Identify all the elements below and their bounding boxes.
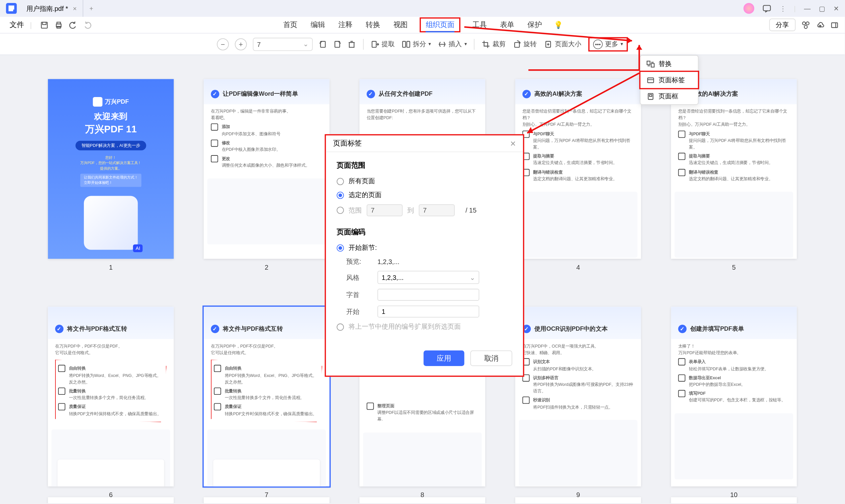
menu-tools[interactable]: 工具 [471,18,488,32]
menu-organize[interactable]: 组织页面 [419,18,460,32]
save-icon[interactable] [40,21,49,29]
rotate-button[interactable]: 旋转 [513,40,537,49]
radio-icon [337,206,344,214]
page-label-icon [646,76,654,84]
page-thumb-partial[interactable] [204,497,329,503]
range-heading: 页面范围 [337,160,512,170]
crop-button[interactable]: 裁剪 [482,40,506,49]
range-from-input[interactable] [367,204,403,216]
window-maximize[interactable]: ▢ [819,5,825,13]
page-thumb-2[interactable]: ✓让PDF编辑像Word一样简单 在万兴PDF中，编辑是一件非常容易的事。看看吧… [204,79,329,271]
chevron-down-icon: ▾ [428,41,431,47]
option-start-new[interactable]: 开始新节: [337,243,512,252]
tab-title: 用户指南.pdf * [26,4,68,13]
add-tab-button[interactable]: + [84,5,100,12]
page-thumb-4[interactable]: ✓高效的AI解决方案 您是否曾经迫切需要找到一条信息，却忘记了它来自哪个文档？别… [515,79,641,271]
dropdown-page-box[interactable]: 页面框 [640,88,698,104]
tab-close-icon[interactable]: × [73,5,77,12]
document-tab[interactable]: 用户指南.pdf * × [20,0,84,17]
rotate-left-icon[interactable] [319,40,327,48]
svg-rect-20 [515,42,520,47]
preview-label: 预览: [346,257,370,266]
prefix-input[interactable] [377,289,479,301]
message-icon[interactable] [763,4,771,13]
page-size-button[interactable]: 页面大小 [544,40,581,49]
radio-icon [337,323,344,330]
svg-rect-2 [42,22,46,24]
page-thumb-9[interactable]: ✓使用OCR识别PDF中的文本 在万兴PDF中，OCR是一项强大的工具。它快速、… [515,307,641,498]
rotate-right-icon[interactable] [333,40,341,48]
file-menu[interactable]: 文件 [6,20,28,30]
svg-rect-24 [648,77,653,83]
page-thumb-partial[interactable] [671,497,797,503]
user-avatar[interactable] [744,3,755,14]
apply-button[interactable]: 应用 [424,350,464,366]
page-thumb-1[interactable]: 万兴PDF 欢迎来到 万兴PDF 11 智能PDF解决方案，AI更先一步 您好！… [48,79,174,271]
page-thumb-5[interactable]: ✓高效的AI解决方案 您是否曾经迫切需要找到一条信息，却忘记了它来自哪个文档？别… [671,79,797,271]
page-thumb-7[interactable]: ✓将文件与PDF格式互转 在万兴PDF中，PDF不仅仅是PDF。它可以是任何格式… [204,307,329,498]
page-thumb-6[interactable]: ✓将文件与PDF格式互转 在万兴PDF中，PDF不仅仅是PDF。它可以是任何格式… [48,307,174,498]
style-label: 风格 [346,273,370,282]
bulb-icon[interactable]: 💡 [554,21,563,29]
svg-rect-9 [831,22,838,28]
svg-rect-18 [407,41,410,47]
cloud-icon[interactable] [816,21,824,29]
window-minimize[interactable]: — [804,5,811,12]
window-close[interactable]: ✕ [833,5,839,13]
zoom-in-button[interactable]: + [235,38,247,50]
kebab-menu-icon[interactable]: ⋮ [780,5,786,13]
menu-comment[interactable]: 注释 [337,18,354,32]
page-thumb-10[interactable]: ✓创建并填写PDF表单 太棒了！万兴PDF还能帮助处理您的表单。 表单录入轻松并… [671,307,797,498]
dialog-close-button[interactable]: ✕ [510,139,516,147]
zoom-out-button[interactable]: − [217,38,229,50]
split-button[interactable]: 拆分 ▾ [402,40,431,49]
page-number-input[interactable]: 7 ⌄ [253,37,313,51]
prefix-label: 字首 [346,290,370,299]
start-input[interactable] [377,306,479,318]
menu-view[interactable]: 视图 [392,18,409,32]
more-button[interactable]: ••• 更多 ▾ [588,37,628,52]
page-thumb-partial[interactable] [359,497,485,503]
radio-icon [337,244,344,252]
redo-icon[interactable] [84,21,92,29]
option-selected-pages[interactable]: 选定的页面 [337,191,512,199]
page-thumb-partial[interactable] [515,497,641,503]
svg-point-7 [806,21,809,24]
insert-icon [438,40,446,48]
undo-icon[interactable] [69,21,77,29]
chevron-down-icon: ⌄ [303,40,308,48]
chevron-down-icon: ▾ [464,41,467,47]
svg-point-6 [803,21,805,24]
menu-convert[interactable]: 转换 [364,18,381,32]
titlebar: 用户指南.pdf * × + ⋮ | — ▢ ✕ [0,0,845,17]
panel-toggle-icon[interactable] [830,21,839,29]
svg-rect-17 [403,41,406,47]
cancel-button[interactable]: 取消 [470,350,512,366]
page-thumb-partial[interactable] [48,497,174,503]
preview-value: 1,2,3,... [377,258,399,265]
numbering-heading: 页面编码 [337,227,512,237]
share-button[interactable]: 分享 [769,18,795,31]
extract-icon [371,40,379,48]
menu-forms[interactable]: 表单 [499,18,516,32]
menu-protect[interactable]: 保护 [526,18,543,32]
insert-button[interactable]: 插入 ▾ [438,40,467,49]
delete-icon[interactable] [347,40,356,48]
radio-icon [337,178,344,185]
print-icon[interactable] [54,21,63,29]
page-label-dialog: 页面标签 ✕ 页面范围 所有页面 选定的页面 范围 到 / 15 页面编码 [325,134,524,377]
range-to-input[interactable] [419,204,455,216]
dropdown-page-label[interactable]: 页面标签 [640,71,699,89]
option-all-pages[interactable]: 所有页面 [337,177,512,185]
svg-point-8 [804,25,807,28]
style-select[interactable]: 1,2,3,... ⌄ [377,271,479,284]
more-icon: ••• [593,39,603,49]
integration-icon[interactable] [802,21,810,29]
page-number-value: 7 [257,41,261,48]
option-extend[interactable]: 将上一节中使用的编号扩展到所选页面 [337,322,512,331]
menu-home[interactable]: 首页 [282,18,299,32]
option-range[interactable]: 范围 到 / 15 [337,204,512,216]
dropdown-replace[interactable]: 替换 [640,56,698,72]
extract-button[interactable]: 提取 [371,40,395,49]
menu-edit[interactable]: 编辑 [309,18,326,32]
